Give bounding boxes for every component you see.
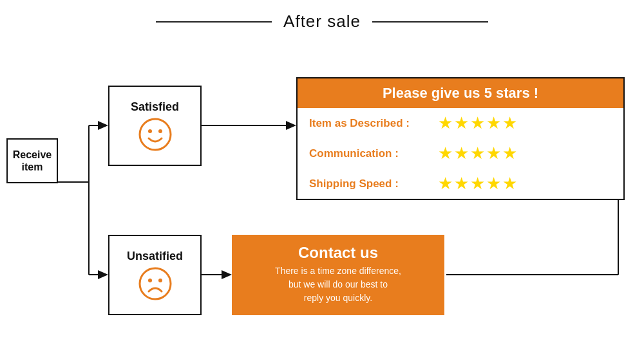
svg-point-12 <box>158 129 162 133</box>
stars-row-1: Item as Described : ★★★★★ <box>298 108 623 138</box>
diagram: Receiveitem Satisfied Unsatified P <box>0 42 644 331</box>
title-line-right <box>372 21 488 23</box>
contact-text: There is a time zone difference,but we w… <box>275 264 401 305</box>
contact-title: Contact us <box>298 244 378 262</box>
stars-2: ★★★★★ <box>438 143 518 163</box>
svg-point-13 <box>140 268 171 299</box>
stars-header: Please give us 5 stars ! <box>298 78 623 108</box>
svg-point-15 <box>158 279 162 282</box>
receive-item-label: Receiveitem <box>13 149 52 173</box>
stars-label-1: Item as Described : <box>309 117 431 130</box>
stars-row-3: Shipping Speed : ★★★★★ <box>298 169 623 199</box>
svg-point-14 <box>148 279 152 282</box>
satisfied-label: Satisfied <box>131 100 179 114</box>
satisfied-box: Satisfied <box>108 86 202 166</box>
stars-row-2: Communication : ★★★★★ <box>298 138 623 169</box>
stars-label-3: Shipping Speed : <box>309 178 431 190</box>
stars-3: ★★★★★ <box>438 174 518 194</box>
contact-box: Contact us There is a time zone differen… <box>232 235 444 315</box>
stars-1: ★★★★★ <box>438 113 518 133</box>
stars-box: Please give us 5 stars ! Item as Describ… <box>296 77 625 200</box>
title-row: After sale <box>0 0 644 32</box>
svg-point-11 <box>148 129 152 133</box>
stars-label-2: Communication : <box>309 147 431 160</box>
svg-point-10 <box>140 119 171 150</box>
unsatisfied-box: Unsatified <box>108 235 202 315</box>
unsatisfied-label: Unsatified <box>127 250 183 263</box>
smile-icon <box>138 118 172 151</box>
page-title: After sale <box>283 12 361 32</box>
page-container: After sale <box>0 0 644 339</box>
title-line-left <box>156 21 272 23</box>
receive-item-box: Receiveitem <box>6 138 58 183</box>
frown-icon <box>138 267 172 300</box>
